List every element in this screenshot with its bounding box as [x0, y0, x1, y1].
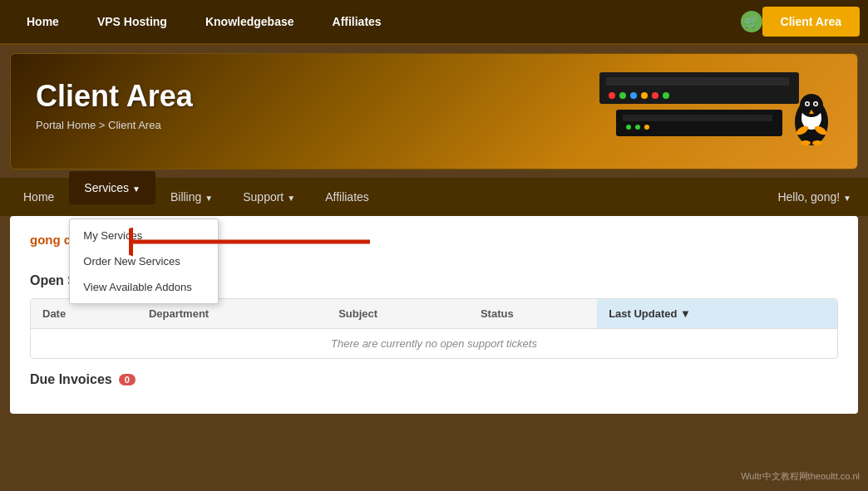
- top-navigation: Home VPS Hosting Knowledgebase Affiliate…: [0, 0, 868, 45]
- sec-nav-billing[interactable]: Billing▼: [155, 180, 228, 214]
- hero-equipment-svg: [575, 64, 841, 160]
- services-dropdown-container: Services▼ My Services Order New Services…: [69, 180, 155, 214]
- svg-rect-0: [599, 72, 799, 104]
- svg-point-5: [641, 92, 648, 99]
- hero-image: [566, 61, 841, 161]
- col-last-updated[interactable]: Last Updated ▼: [597, 299, 837, 329]
- top-nav-home[interactable]: Home: [8, 7, 77, 37]
- svg-rect-9: [623, 115, 772, 121]
- dropdown-my-services[interactable]: My Services: [70, 223, 218, 248]
- svg-rect-8: [616, 110, 782, 136]
- client-area-button[interactable]: Client Area: [762, 7, 860, 37]
- hello-user[interactable]: Hello, gong!▼: [777, 190, 860, 204]
- due-invoices-title: Due Invoices: [30, 372, 112, 387]
- top-nav-vps[interactable]: VPS Hosting: [79, 7, 185, 37]
- svg-point-23: [801, 140, 811, 145]
- svg-point-2: [609, 92, 615, 99]
- hero-banner: Client Area Portal Home > Client Area: [10, 53, 858, 169]
- tickets-table-wrapper: Date Department Subject Status Last Upda…: [30, 298, 838, 359]
- due-invoices-header: Due Invoices 0: [30, 372, 838, 387]
- sec-nav-services[interactable]: Services▼: [69, 171, 155, 204]
- sec-nav-support[interactable]: Support▼: [228, 180, 310, 214]
- svg-point-4: [630, 92, 637, 99]
- sort-icon: ▼: [680, 307, 691, 320]
- services-dropdown-menu: My Services Order New Services View Avai…: [69, 218, 219, 304]
- top-nav-affiliates[interactable]: Affiliates: [314, 7, 400, 37]
- empty-message: There are currently no open support tick…: [31, 329, 837, 359]
- table-empty-row: There are currently no open support tick…: [31, 329, 837, 359]
- svg-point-7: [663, 92, 669, 99]
- top-nav-knowledgebase[interactable]: Knowledgebase: [187, 7, 313, 37]
- top-nav-links: Home VPS Hosting Knowledgebase Affiliate…: [8, 7, 741, 37]
- col-status: Status: [469, 299, 597, 329]
- svg-rect-1: [606, 77, 789, 86]
- svg-point-3: [619, 92, 626, 99]
- dropdown-order-new[interactable]: Order New Services: [70, 248, 218, 274]
- watermark: Wultr中文教程网theoultt.co.nl: [741, 470, 860, 483]
- due-invoices-badge: 0: [119, 374, 136, 385]
- svg-point-24: [812, 140, 822, 145]
- svg-point-19: [815, 102, 817, 105]
- svg-point-6: [652, 92, 658, 99]
- svg-point-12: [644, 125, 649, 130]
- svg-point-10: [626, 125, 631, 130]
- cart-icon: 🛒: [741, 11, 762, 32]
- tickets-table: Date Department Subject Status Last Upda…: [31, 299, 837, 358]
- sec-nav-home[interactable]: Home: [8, 180, 69, 214]
- col-subject: Subject: [327, 299, 469, 329]
- sec-nav-links: Home Services▼ My Services Order New Ser…: [8, 180, 777, 214]
- svg-point-18: [806, 102, 809, 105]
- sec-nav-affiliates[interactable]: Affiliates: [310, 180, 384, 214]
- dropdown-view-addons[interactable]: View Available Addons: [70, 274, 218, 300]
- secondary-navigation: Home Services▼ My Services Order New Ser…: [0, 178, 868, 216]
- svg-point-11: [635, 125, 640, 130]
